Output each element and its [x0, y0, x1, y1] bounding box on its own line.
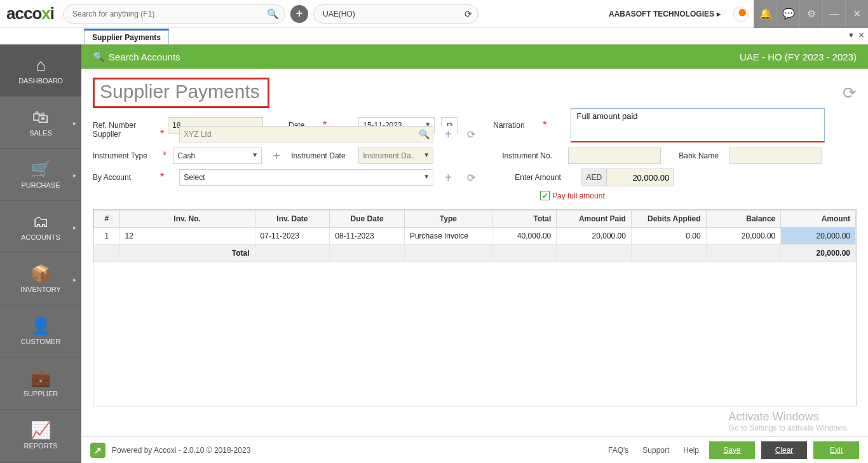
save-button[interactable]: Save: [709, 441, 755, 459]
col-debits: Debits Applied: [631, 211, 706, 228]
pay-full-checkbox[interactable]: ✓ Pay full amount: [540, 191, 857, 200]
briefcase-icon: 💼: [31, 370, 51, 386]
instrument-no-label: Instrument No.: [502, 151, 562, 160]
instrument-date-label: Instrument Date: [291, 151, 352, 160]
search-accounts-button[interactable]: 🔍 Search Accounts: [93, 51, 180, 62]
support-link[interactable]: Support: [639, 446, 673, 455]
bag-icon: 🛍: [32, 109, 49, 125]
enter-amount-label: Enter Amount: [515, 173, 574, 182]
calculator-icon: 🗂: [32, 213, 49, 230]
col-paid: Amount Paid: [557, 211, 632, 228]
col-invdate: Inv. Date: [255, 211, 330, 228]
sidebar-item-label: SUPPLIER: [24, 390, 58, 397]
table-header-row: # Inv. No. Inv. Date Due Date Type Total…: [94, 211, 856, 228]
tab-dropdown-icon[interactable]: ▼: [848, 31, 855, 39]
search-input[interactable]: [63, 4, 285, 24]
sidebar-item-supplier[interactable]: 💼 SUPPLIER: [0, 357, 81, 410]
refresh-icon[interactable]: ⟳: [843, 83, 857, 103]
sidebar-item-purchase[interactable]: 🛒 PURCHASE ▸: [0, 149, 81, 201]
topbar: accoxi 🔍 + ⟳ AABASOFT TECHNOLOGIES▸ 🔔 💬 …: [0, 0, 868, 28]
ref-number-label: Ref. Number: [93, 121, 161, 130]
col-amount: Amount: [781, 211, 856, 228]
instrument-date-input[interactable]: [358, 148, 433, 164]
search-icon[interactable]: 🔍: [419, 129, 430, 139]
plus-icon[interactable]: +: [440, 126, 456, 142]
footer: ↗ Powered by Accoxi - 2.0.10 © 2018-2023…: [81, 436, 868, 463]
table-row[interactable]: 1 12 07-11-2023 08-11-2023 Purchase Invo…: [94, 228, 856, 245]
boxes-icon: 📦: [31, 265, 51, 282]
exit-button[interactable]: Exit: [813, 441, 859, 459]
amount-input[interactable]: [607, 169, 673, 186]
system-icons: 🔔 💬 ⚙ — ✕: [754, 0, 868, 28]
narration-input[interactable]: Full amount paid: [571, 108, 825, 142]
refresh-icon[interactable]: ⟳: [463, 126, 479, 142]
faq-link[interactable]: FAQ's: [604, 446, 632, 455]
sidebar-item-accounts[interactable]: 🗂 ACCOUNTS ▸: [0, 201, 81, 253]
instrument-type-select[interactable]: [173, 148, 262, 164]
bell-icon[interactable]: 🔔: [754, 0, 776, 28]
logo: accoxi: [4, 4, 58, 24]
col-duedate: Due Date: [330, 211, 405, 228]
brand-icon: ↗: [90, 443, 105, 458]
gear-icon[interactable]: ⚙: [799, 0, 822, 28]
invoice-table: # Inv. No. Inv. Date Due Date Type Total…: [93, 209, 857, 406]
sidebar-item-inventory[interactable]: 📦 INVENTORY ▸: [0, 253, 81, 305]
by-account-label: By Account: [93, 173, 153, 182]
powered-by: Powered by Accoxi - 2.0.10 © 2018-2023: [112, 446, 250, 455]
context-bar: 🔍 Search Accounts UAE - HO (FY 2023 - 20…: [81, 45, 868, 69]
table-total-row: Total 20,000.00: [94, 245, 856, 262]
chevron-right-icon: ▸: [73, 224, 76, 231]
sidebar-item-sales[interactable]: 🛍 SALES ▸: [0, 97, 81, 149]
sidebar-item-reports[interactable]: 📈 REPORTS: [0, 410, 81, 462]
sidebar-item-dashboard[interactable]: ⌂ DASHBOARD: [0, 45, 81, 97]
refresh-icon[interactable]: ⟳: [463, 169, 479, 186]
sidebar-item-label: SALES: [29, 129, 51, 137]
page-title: Supplier Payments: [100, 81, 260, 102]
page-title-highlight: Supplier Payments: [93, 78, 269, 108]
form: Ref. Number Date * ▼ P Narration * Full …: [81, 114, 868, 204]
supplier-label: Supplier: [93, 130, 153, 139]
tab-close-icon[interactable]: ✕: [858, 31, 864, 39]
bank-name-label: Bank Name: [679, 151, 723, 160]
plus-icon[interactable]: +: [440, 169, 456, 186]
cart-icon: 🛒: [31, 161, 51, 177]
add-button[interactable]: +: [290, 5, 308, 23]
check-icon: ✓: [540, 191, 550, 200]
instrument-no-input[interactable]: [568, 148, 661, 164]
org-input[interactable]: [313, 4, 478, 24]
minimize-icon[interactable]: —: [822, 0, 845, 28]
avatar[interactable]: [733, 6, 749, 22]
chart-icon: 📈: [31, 422, 51, 438]
sidebar-item-label: REPORTS: [24, 442, 58, 450]
sidebar-item-label: PURCHASE: [21, 181, 60, 189]
tab-supplier-payments[interactable]: Supplier Payments: [84, 29, 169, 44]
main: 🔍 Search Accounts UAE - HO (FY 2023 - 20…: [81, 45, 868, 463]
company-name[interactable]: AABASOFT TECHNOLOGIES▸: [609, 10, 724, 18]
home-icon: ⌂: [36, 57, 46, 73]
chat-icon[interactable]: 💬: [776, 0, 799, 28]
search-icon: 🔍: [93, 51, 105, 62]
col-total: Total: [492, 211, 556, 228]
bank-name-input[interactable]: [729, 148, 822, 164]
help-link[interactable]: Help: [679, 446, 703, 455]
sidebar-item-label: ACCOUNTS: [21, 233, 60, 241]
search-icon[interactable]: 🔍: [267, 8, 279, 20]
clear-button[interactable]: Clear: [761, 441, 807, 459]
col-num: #: [94, 211, 120, 228]
sidebar: ⌂ DASHBOARD 🛍 SALES ▸ 🛒 PURCHASE ▸ 🗂 ACC…: [0, 45, 81, 463]
fy-context: UAE - HO (FY 2023 - 2023): [740, 52, 857, 62]
col-type: Type: [404, 211, 492, 228]
supplier-input[interactable]: [179, 126, 433, 142]
person-icon: 👤: [31, 317, 51, 334]
sidebar-item-label: INVENTORY: [20, 286, 61, 293]
close-icon[interactable]: ✕: [845, 0, 868, 28]
currency-label: AED: [581, 169, 607, 186]
sidebar-item-customer[interactable]: 👤 CUSTOMER: [0, 305, 81, 357]
amount-cell[interactable]: 20,000.00: [781, 228, 856, 245]
chevron-right-icon: ▸: [73, 120, 76, 127]
by-account-select[interactable]: [179, 169, 433, 186]
sidebar-item-label: CUSTOMER: [21, 338, 61, 345]
plus-icon[interactable]: +: [268, 148, 285, 164]
sync-icon[interactable]: ⟳: [465, 9, 472, 19]
instrument-type-label: Instrument Type: [93, 151, 155, 160]
